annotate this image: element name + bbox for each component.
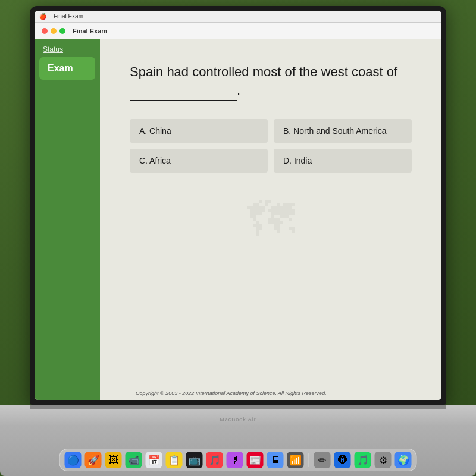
- question-text: Spain had controlled most of the west co…: [130, 63, 412, 101]
- answer-b[interactable]: B. North and South America: [274, 119, 412, 143]
- apple-menu[interactable]: 🍎: [39, 13, 46, 20]
- dock-icon-news[interactable]: 📰: [247, 452, 264, 468]
- menu-bar: 🍎 Final Exam: [35, 11, 441, 23]
- app-body: Status Exam 🗺 Spain had controlled most …: [35, 39, 441, 400]
- dock-icon-launchpad[interactable]: 🚀: [85, 452, 102, 468]
- keyboard-area: 🔵 🚀 🖼 📹 📅 📋 📺 🎵 🎙 📰 🖥 📶 ✏ 🅐 🎵 ⚙ 🌍: [0, 405, 476, 476]
- dock-icon-facetime[interactable]: 📹: [126, 452, 142, 468]
- dock-icon-settings[interactable]: ⚙: [375, 452, 392, 468]
- macbook-label: MacBook Air: [220, 416, 256, 422]
- screen: 🍎 Final Exam Final Exam Status Exam: [35, 11, 441, 400]
- screen-footer: Copyright © 2003 - 2022 International Ac…: [130, 390, 441, 396]
- dock-icon-music[interactable]: 🎵: [206, 452, 223, 468]
- main-content: 🗺 Spain had controlled most of the west …: [100, 39, 441, 400]
- dock-icon-photos[interactable]: 🖼: [105, 452, 122, 468]
- dock-icon-podcasts[interactable]: 🎙: [227, 452, 243, 468]
- menu-bar-title: Final Exam: [54, 13, 83, 20]
- dock-icon-chrome[interactable]: 🌍: [395, 452, 412, 468]
- dock-icon-finder2[interactable]: 🖥: [267, 452, 284, 468]
- window-title: Final Exam: [73, 27, 107, 35]
- question-text-after: .: [237, 83, 240, 98]
- dock: 🔵 🚀 🖼 📹 📅 📋 📺 🎵 🎙 📰 🖥 📶 ✏ 🅐 🎵 ⚙ 🌍: [60, 449, 417, 471]
- answer-d[interactable]: D. India: [274, 149, 412, 173]
- traffic-lights: [42, 28, 65, 34]
- close-button[interactable]: [42, 28, 48, 34]
- sidebar-status-link[interactable]: Status: [35, 39, 100, 57]
- dock-icon-tv[interactable]: 📺: [186, 452, 203, 468]
- dock-icon-spotify[interactable]: 🎵: [355, 452, 371, 468]
- dock-icon-pencil[interactable]: ✏: [314, 452, 331, 468]
- dock-icon-notes[interactable]: 📋: [166, 452, 183, 468]
- answer-a[interactable]: A. China: [130, 119, 268, 143]
- question-blank: [130, 82, 237, 101]
- sidebar-exam-button[interactable]: Exam: [39, 57, 95, 80]
- question-text-before: Spain had controlled most of the west co…: [130, 64, 397, 79]
- hinge: [30, 405, 446, 409]
- dock-divider: [309, 453, 309, 467]
- dock-icon-finder[interactable]: 🔵: [65, 452, 82, 468]
- minimize-button[interactable]: [51, 28, 57, 34]
- copyright-text: Copyright © 2003 - 2022 International Ac…: [136, 390, 327, 396]
- maximize-button[interactable]: [60, 28, 65, 34]
- window-title-bar: Final Exam: [35, 23, 441, 39]
- content-card: Spain had controlled most of the west co…: [100, 39, 441, 190]
- answers-grid: A. China B. North and South America C. A…: [130, 119, 412, 173]
- dock-icon-calendar[interactable]: 📅: [146, 452, 162, 468]
- answer-c[interactable]: C. Africa: [130, 149, 268, 173]
- screen-bezel: 🍎 Final Exam Final Exam Status Exam: [30, 6, 446, 405]
- dock-icon-appstore[interactable]: 🅐: [334, 452, 351, 468]
- dock-icon-wifi[interactable]: 📶: [287, 452, 304, 468]
- sidebar: Status Exam: [35, 39, 100, 400]
